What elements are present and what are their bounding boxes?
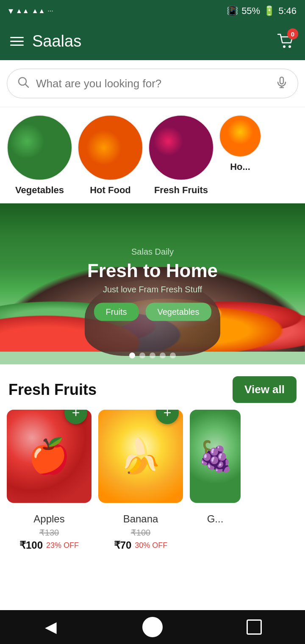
vibrate-icon: 📳 xyxy=(227,6,238,17)
category-item-honey[interactable]: Ho... xyxy=(219,115,261,196)
signal-icon: ▲▲ xyxy=(16,7,29,15)
category-label-vegetables: Vegetables xyxy=(15,185,64,196)
apples-name: Apples xyxy=(33,513,64,525)
banner-vegetables-button[interactable]: Vegetables xyxy=(146,303,211,321)
svg-line-3 xyxy=(25,84,28,87)
bottom-nav: ◀ xyxy=(0,610,305,644)
home-icon xyxy=(142,617,163,637)
category-label-honey: Ho... xyxy=(230,161,250,172)
products-row: + 🍎 Apples ₹130 ₹100 23% OFF + 🍌 Banana … xyxy=(0,410,305,560)
hamburger-line2 xyxy=(10,41,24,42)
banana-sale-row: ₹70 30% OFF xyxy=(114,539,168,551)
banana-discount: 30% OFF xyxy=(135,541,167,550)
banana-sale-price: ₹70 xyxy=(114,539,132,551)
banner-tagline: Just love Fram Fresh Stuff xyxy=(87,285,218,294)
category-item-hot-food[interactable]: Hot Food xyxy=(78,115,143,196)
nav-back-button[interactable]: ◀ xyxy=(38,614,64,640)
dot-3[interactable] xyxy=(150,353,155,358)
banana-original-price: ₹100 xyxy=(131,527,150,538)
status-bar: ▾ ▲▲ ▲▲ ··· 📳 55% 🔋 5:46 xyxy=(0,0,305,22)
square-icon xyxy=(247,619,262,635)
category-label-hot-food: Hot Food xyxy=(90,185,131,196)
apples-original-price: ₹130 xyxy=(39,527,59,538)
apples-sale-row: ₹100 23% OFF xyxy=(19,539,79,551)
banner-subtitle: Salas Daily xyxy=(87,247,218,257)
product-card-apples[interactable]: + 🍎 Apples ₹130 ₹100 23% OFF xyxy=(7,410,92,551)
category-circle-fresh-fruits xyxy=(148,115,214,180)
nav-square-button[interactable] xyxy=(241,614,267,640)
banner-title: Fresh to Home xyxy=(87,260,218,281)
apples-discount: 23% OFF xyxy=(46,541,79,550)
category-circle-honey xyxy=(219,115,261,157)
category-item-vegetables[interactable]: Vegetables xyxy=(7,115,72,196)
svg-point-0 xyxy=(283,45,286,48)
search-bar[interactable] xyxy=(7,69,298,98)
categories-row: Vegetables Hot Food Fresh Fruits Ho... xyxy=(0,107,305,203)
cart-button[interactable]: 0 xyxy=(276,32,295,50)
header: Saalas 0 xyxy=(0,22,305,60)
status-right: 📳 55% 🔋 5:46 xyxy=(227,6,297,17)
dot-2[interactable] xyxy=(139,353,145,358)
dot-4[interactable] xyxy=(160,353,166,358)
banner-fruits-button[interactable]: Fruits xyxy=(94,303,139,321)
category-item-fresh-fruits[interactable]: Fresh Fruits xyxy=(148,115,214,196)
dot-5[interactable] xyxy=(170,353,176,358)
hamburger-line3 xyxy=(10,44,24,46)
search-icon xyxy=(17,76,29,91)
search-container xyxy=(0,60,305,107)
apples-sale-price: ₹100 xyxy=(19,539,43,551)
product-card-banana[interactable]: + 🍌 Banana ₹100 ₹70 30% OFF xyxy=(98,410,183,551)
status-left: ▾ ▲▲ ▲▲ ··· xyxy=(8,6,53,17)
time-display: 5:46 xyxy=(278,6,297,17)
fresh-fruits-title: Fresh Fruits xyxy=(8,381,97,399)
hamburger-line1 xyxy=(10,37,24,38)
banana-name: Banana xyxy=(123,513,158,525)
nav-home-button[interactable] xyxy=(140,614,165,640)
back-icon: ◀ xyxy=(45,618,57,636)
battery-text: 55% xyxy=(241,6,260,17)
cart-badge: 0 xyxy=(287,28,298,39)
grapes-name: G... xyxy=(207,513,224,525)
app-title: Saalas xyxy=(32,32,81,50)
grapes-image: 🍇 xyxy=(190,410,241,503)
banner-dots xyxy=(129,353,176,358)
microphone-icon[interactable] xyxy=(276,76,288,91)
grapes-img-bg: 🍇 xyxy=(190,410,241,503)
battery-icon: 🔋 xyxy=(263,6,275,17)
fresh-fruits-section-header: Fresh Fruits View all xyxy=(0,364,305,410)
header-left: Saalas xyxy=(10,32,81,50)
more-icon: ··· xyxy=(47,7,53,15)
category-circle-vegetables xyxy=(7,115,72,180)
svg-point-1 xyxy=(288,45,291,48)
product-card-grapes[interactable]: 🍇 G... xyxy=(190,410,241,551)
banner-content: Salas Daily Fresh to Home Just love Fram… xyxy=(87,247,218,321)
svg-rect-4 xyxy=(280,77,283,84)
category-label-fresh-fruits: Fresh Fruits xyxy=(154,185,208,196)
dot-1[interactable] xyxy=(129,353,135,358)
banner: Salas Daily Fresh to Home Just love Fram… xyxy=(0,203,305,364)
banner-buttons: Fruits Vegetables xyxy=(87,303,218,321)
search-input[interactable] xyxy=(36,77,269,90)
wifi-icon: ▾ xyxy=(8,6,13,17)
view-all-button[interactable]: View all xyxy=(233,376,297,403)
menu-button[interactable] xyxy=(10,37,24,46)
signal2-icon: ▲▲ xyxy=(32,7,45,15)
category-circle-hot-food xyxy=(78,115,143,180)
